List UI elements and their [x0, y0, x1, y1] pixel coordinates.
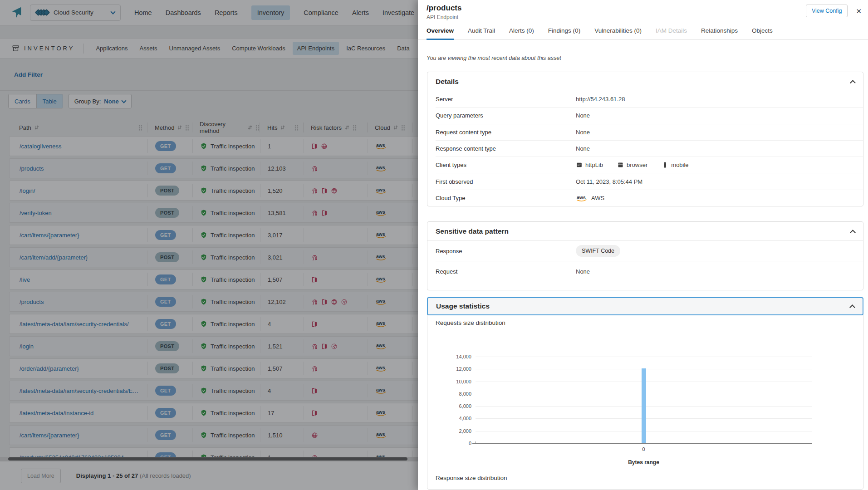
detail-value-text: Oct 11, 2023, 8:05:44 PM	[576, 178, 642, 185]
detail-value-text: http://54.243.61.28	[576, 96, 625, 103]
details-card: Details Serverhttp://54.243.61.28Query p…	[427, 72, 863, 206]
view-config-button[interactable]: View Config	[806, 5, 848, 17]
browser-icon	[617, 162, 624, 168]
details-title: Details	[436, 78, 459, 86]
chevron-up-icon[interactable]	[849, 304, 855, 310]
client-type-label: httpLib	[585, 162, 603, 168]
usage-card-header[interactable]: Usage statistics	[427, 297, 863, 315]
detail-row-response-content-type: Response content typeNone	[436, 141, 863, 157]
tab-audit-trail[interactable]: Audit Trail	[468, 27, 495, 40]
svg-text:aws: aws	[577, 195, 586, 200]
sensitive-rows: ResponseSWIFT CodeRequestNone	[427, 241, 863, 282]
client-type-mobile: mobile	[662, 162, 688, 168]
client-type-label: browser	[627, 162, 647, 168]
client-type-label: mobile	[671, 162, 688, 168]
detail-value: None	[576, 112, 590, 119]
panel-actions: View Config ✕	[806, 5, 862, 17]
detail-label: Query parameters	[436, 112, 576, 119]
detail-label: Response content type	[436, 145, 576, 152]
detail-value: None	[576, 129, 590, 136]
detail-label: Request content type	[436, 129, 576, 136]
tab-relationships[interactable]: Relationships	[701, 27, 738, 40]
tab-overview[interactable]: Overview	[427, 27, 454, 40]
tab-objects[interactable]: Objects	[752, 27, 773, 40]
panel-subtitle: API Endpoint	[427, 14, 458, 20]
client-type-browser: browser	[617, 162, 647, 168]
panel-title: /products	[427, 4, 461, 13]
details-card-header: Details	[427, 72, 863, 91]
sensitive-title: Sensitive data pattern	[436, 227, 509, 235]
detail-row-cloud-type: Cloud TypeawsAWS	[436, 190, 863, 206]
detail-row-first-observed: First observedOct 11, 2023, 8:05:44 PM	[436, 173, 863, 190]
sensitive-label: Request	[436, 268, 576, 275]
sensitive-label: Response	[436, 248, 576, 255]
sensitive-row-request: RequestNone	[436, 261, 863, 282]
usage-title: Usage statistics	[436, 302, 490, 310]
tab-findings-0[interactable]: Findings (0)	[548, 27, 580, 40]
aws-logo-icon: aws	[576, 195, 588, 202]
detail-row-server: Serverhttp://54.243.61.28	[436, 91, 863, 108]
tab-vulnerabilities-0[interactable]: Vulnerabilities (0)	[594, 27, 642, 40]
sensitive-value: None	[576, 268, 590, 275]
detail-row-request-content-type: Request content typeNone	[436, 124, 863, 141]
detail-value: http://54.243.61.28	[576, 96, 625, 103]
details-rows: Serverhttp://54.243.61.28Query parameter…	[427, 91, 863, 206]
sensitive-card-header: Sensitive data pattern	[427, 222, 863, 241]
sensitive-row-response: ResponseSWIFT Code	[436, 241, 863, 261]
mobile-icon	[662, 162, 668, 168]
detail-value: Oct 11, 2023, 8:05:44 PM	[576, 178, 642, 185]
detail-row-client-types: Client typeshttpLibbrowsermobile	[436, 157, 863, 173]
client-type-httplib: httpLib	[576, 162, 603, 168]
chart-bar[interactable]	[642, 368, 646, 443]
detail-label: Cloud Type	[436, 195, 576, 201]
asset-detail-panel: /products API Endpoint View Config ✕ Ove…	[418, 0, 868, 490]
sensitive-data-card: Sensitive data pattern ResponseSWIFT Cod…	[427, 221, 863, 290]
tab-alerts-0[interactable]: Alerts (0)	[509, 27, 534, 40]
detail-row-query-parameters: Query parametersNone	[436, 108, 863, 124]
detail-label: Server	[436, 96, 576, 103]
chevron-up-icon[interactable]	[850, 80, 856, 86]
detail-label: Client types	[436, 162, 576, 168]
tab-iam-details: IAM Details	[656, 27, 687, 40]
detail-value-text: AWS	[591, 195, 604, 201]
detail-value-text: None	[576, 145, 590, 152]
close-icon[interactable]: ✕	[856, 8, 862, 15]
httpLib-icon	[576, 162, 583, 168]
detail-value: httpLibbrowsermobile	[576, 162, 700, 168]
sensitive-pattern-badge: SWIFT Code	[576, 245, 620, 257]
detail-value: None	[576, 145, 590, 152]
detail-value-text: None	[576, 129, 590, 136]
app: Cloud Security HomeDashboardsReportsInve…	[0, 0, 868, 490]
detail-value-text: None	[576, 112, 590, 119]
detail-label: First observed	[436, 178, 576, 185]
panel-tabs: OverviewAudit TrailAlerts (0)Findings (0…	[427, 22, 868, 40]
detail-value: awsAWS	[576, 195, 604, 202]
chevron-up-icon[interactable]	[850, 230, 856, 235]
recency-notice: You are viewing the most recent data abo…	[427, 55, 561, 61]
